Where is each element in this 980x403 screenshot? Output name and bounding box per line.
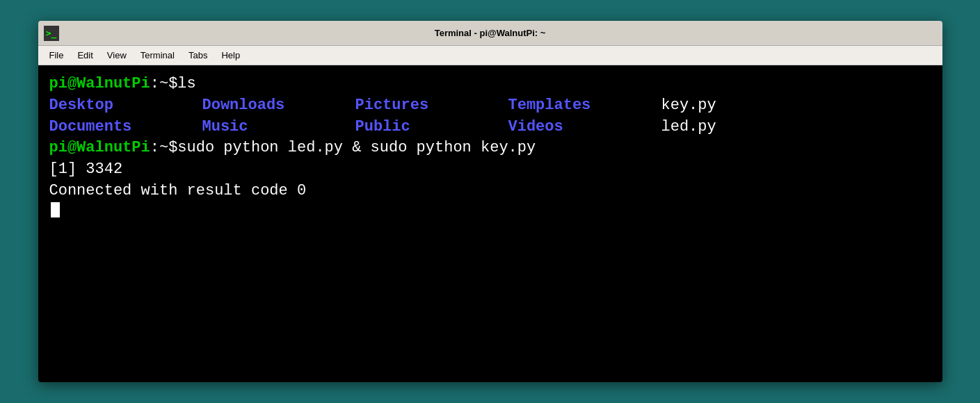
menu-terminal[interactable]: Terminal — [135, 48, 180, 63]
ls-keypy: key.py — [661, 95, 716, 117]
menu-edit[interactable]: Edit — [72, 48, 98, 63]
ls-output-row-2: Documents Music Public Videos led.py — [49, 117, 931, 138]
ls-desktop: Desktop — [49, 95, 202, 117]
output-line-2: Connected with result code 0 — [49, 181, 931, 202]
menu-help[interactable]: Help — [216, 48, 246, 63]
menu-tabs[interactable]: Tabs — [183, 48, 213, 63]
ls-downloads: Downloads — [202, 95, 355, 117]
prompt-dollar-2: $ — [168, 138, 177, 159]
menu-view[interactable]: View — [102, 48, 132, 63]
terminal-cursor — [51, 202, 60, 217]
prompt-dollar-1: $ — [168, 74, 177, 95]
ls-output-row-1: Desktop Downloads Pictures Templates key… — [49, 95, 931, 117]
terminal-window: >_ Terminal - pi@WalnutPi: ~ File Edit V… — [38, 21, 942, 382]
terminal-body[interactable]: pi@WalnutPi :~ $ ls Desktop Downloads Pi… — [38, 65, 942, 382]
output-job: [1] 3342 — [49, 159, 123, 181]
ls-templates: Templates — [508, 95, 661, 117]
output-line-1: [1] 3342 — [49, 159, 931, 181]
window-title: Terminal - pi@WalnutPi: ~ — [435, 28, 546, 38]
ls-videos: Videos — [508, 117, 661, 138]
prompt-path-2: :~ — [150, 138, 168, 159]
command-2-text: sudo python led.py & sudo python key.py — [177, 138, 536, 159]
menu-file[interactable]: File — [44, 48, 70, 63]
prompt-user-2: pi@WalnutPi — [49, 138, 150, 159]
output-connected: Connected with result code 0 — [49, 181, 307, 202]
ls-music: Music — [202, 117, 355, 138]
command-1-text: ls — [177, 74, 195, 95]
ls-documents: Documents — [49, 117, 202, 138]
cursor-line — [49, 202, 931, 217]
prompt-path-1: :~ — [150, 74, 168, 95]
ls-ledpy: led.py — [661, 117, 716, 138]
prompt-user-1: pi@WalnutPi — [49, 74, 150, 95]
terminal-icon: >_ — [44, 26, 59, 41]
ls-pictures: Pictures — [355, 95, 508, 117]
menubar: File Edit View Terminal Tabs Help — [38, 46, 942, 65]
command-line-1: pi@WalnutPi :~ $ ls — [49, 74, 931, 95]
ls-public: Public — [355, 117, 508, 138]
titlebar: >_ Terminal - pi@WalnutPi: ~ — [38, 21, 942, 46]
command-line-2: pi@WalnutPi :~ $ sudo python led.py & su… — [49, 138, 931, 159]
